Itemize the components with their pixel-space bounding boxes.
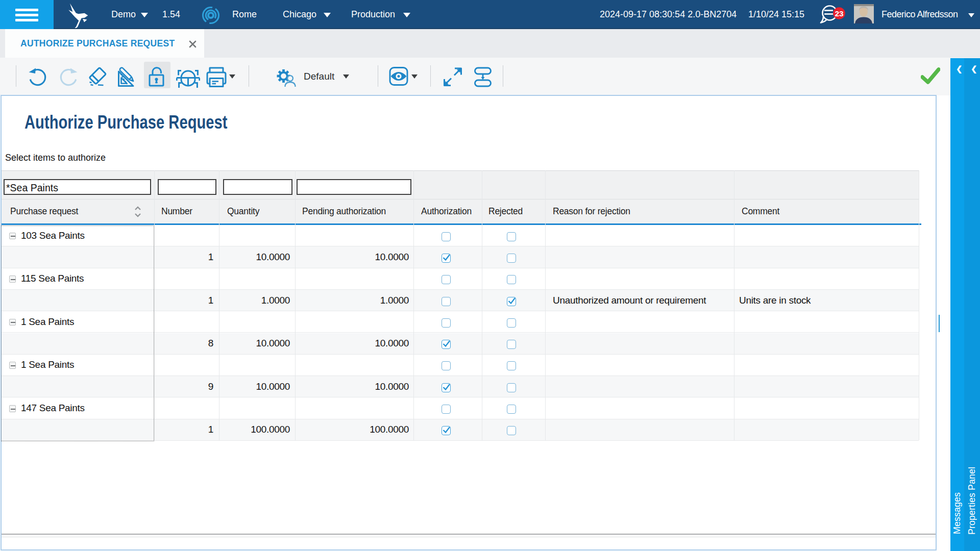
svg-text:23: 23 [835, 9, 844, 18]
